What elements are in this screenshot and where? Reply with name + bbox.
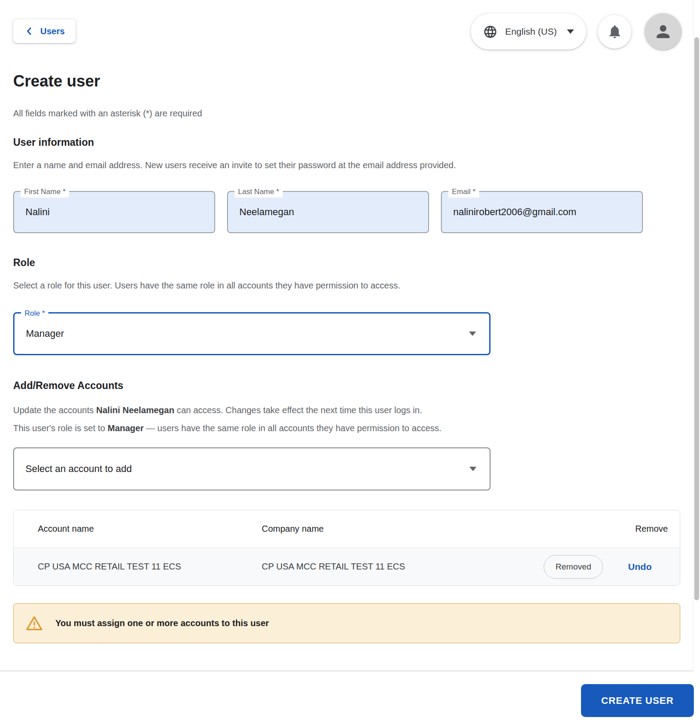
last-name-value: Neelamegan	[228, 206, 294, 218]
scrollbar-thumb[interactable]	[694, 37, 699, 600]
user-information-description: Enter a name and email address. New user…	[13, 159, 693, 171]
chevron-left-icon	[24, 26, 35, 36]
warning-triangle-icon	[25, 615, 43, 632]
role-selected-value: Manager	[14, 328, 469, 339]
email-label: Email *	[448, 186, 479, 198]
create-user-page: Create user All fields marked with an as…	[0, 72, 693, 643]
footer-divider	[0, 670, 693, 671]
remove-header: Remove	[635, 524, 680, 534]
role-description: Select a role for this user. Users have …	[13, 280, 693, 292]
user-role-name: Manager	[108, 423, 144, 433]
back-button-label: Users	[40, 26, 65, 36]
warning-banner: You must assign one or more accounts to …	[13, 603, 680, 643]
email-value: nalinirobert2006@gmail.com	[442, 206, 576, 218]
user-information-heading: User information	[13, 136, 693, 149]
back-to-users-button[interactable]: Users	[13, 19, 76, 43]
account-select[interactable]: Select an account to add	[13, 447, 491, 490]
page-title: Create user	[13, 72, 693, 90]
notifications-button[interactable]	[598, 15, 631, 49]
person-icon	[653, 22, 673, 41]
company-name-cell: CP USA MCC RETAIL TEST 11 ECS	[262, 562, 544, 572]
removed-status-chip: Removed	[544, 555, 603, 579]
create-user-button[interactable]: CREATE USER	[581, 684, 694, 717]
account-name-header: Account name	[14, 524, 262, 534]
accounts-table: Account name Company name Remove CP USA …	[13, 510, 680, 586]
chevron-down-icon	[469, 467, 476, 471]
company-name-header: Company name	[262, 524, 635, 534]
undo-link[interactable]: Undo	[628, 562, 652, 572]
accounts-table-header: Account name Company name Remove	[14, 510, 680, 548]
account-select-placeholder: Select an account to add	[14, 463, 469, 475]
topbar-actions: English (US)	[471, 13, 682, 50]
accounts-heading: Add/Remove Accounts	[13, 379, 693, 393]
required-fields-note: All fields marked with an asterisk (*) a…	[13, 108, 693, 119]
table-row: CP USA MCC RETAIL TEST 11 ECS CP USA MCC…	[14, 548, 680, 585]
first-name-label: First Name *	[21, 186, 69, 198]
chevron-down-icon	[469, 332, 476, 336]
role-select-label: Role *	[21, 307, 48, 319]
last-name-field[interactable]: Last Name * Neelamegan	[227, 191, 429, 233]
last-name-label: Last Name *	[235, 186, 283, 198]
first-name-value: Nalini	[14, 206, 50, 218]
accounts-description-line2: This user's role is set to Manager — use…	[13, 419, 693, 437]
role-heading: Role	[13, 256, 693, 269]
user-full-name: Nalini Neelamegan	[96, 405, 174, 415]
email-field[interactable]: Email * nalinirobert2006@gmail.com	[441, 191, 643, 233]
account-avatar-button[interactable]	[645, 13, 682, 50]
name-email-fields: First Name * Nalini Last Name * Neelameg…	[13, 191, 693, 233]
account-name-cell: CP USA MCC RETAIL TEST 11 ECS	[14, 562, 262, 572]
language-selector[interactable]: English (US)	[471, 14, 586, 50]
first-name-field[interactable]: First Name * Nalini	[13, 191, 215, 233]
chevron-down-icon	[567, 29, 574, 34]
bell-icon	[607, 24, 623, 40]
warning-message: You must assign one or more accounts to …	[55, 618, 269, 628]
scrollbar-track	[693, 0, 700, 670]
globe-icon	[483, 25, 498, 39]
accounts-description-line1: Update the accounts Nalini Neelamegan ca…	[13, 401, 693, 419]
language-label: English (US)	[505, 26, 557, 37]
role-select[interactable]: Role * Manager	[13, 312, 491, 355]
